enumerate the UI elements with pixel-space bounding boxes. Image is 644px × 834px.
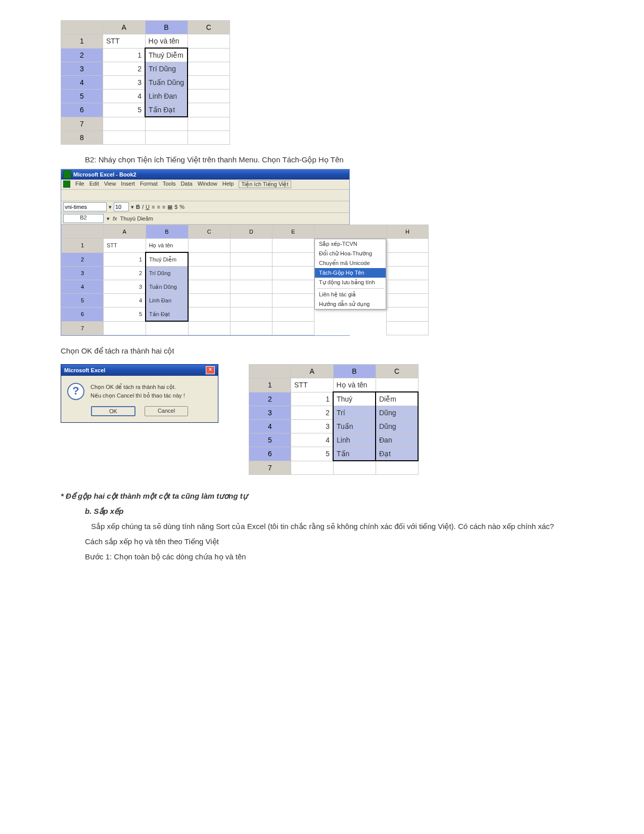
cell[interactable]: [188, 321, 231, 335]
col-header[interactable]: E: [272, 225, 314, 239]
cell[interactable]: [272, 252, 314, 267]
cell[interactable]: [272, 280, 314, 294]
align-left-icon[interactable]: ≡: [152, 204, 155, 210]
align-center-icon[interactable]: ≡: [157, 204, 160, 210]
menu-data[interactable]: Data: [180, 181, 192, 188]
cell[interactable]: [188, 48, 230, 62]
col-header[interactable]: C: [376, 365, 418, 378]
row-header[interactable]: 7: [249, 461, 291, 475]
row-header-8[interactable]: 8: [61, 131, 103, 145]
cell[interactable]: Tuấn: [333, 420, 376, 433]
cell[interactable]: Trí Dũng: [146, 267, 188, 280]
row-header-1[interactable]: 1: [61, 34, 103, 49]
cell[interactable]: Trí: [333, 406, 376, 420]
col-header[interactable]: H: [387, 225, 429, 239]
cell[interactable]: [387, 308, 429, 322]
cell[interactable]: Họ và tên: [146, 239, 188, 253]
corner-cell[interactable]: [62, 225, 104, 239]
cell[interactable]: Linh: [333, 433, 376, 447]
col-header[interactable]: A: [291, 365, 334, 378]
cell[interactable]: Họ và tên: [333, 378, 376, 392]
row-header-5[interactable]: 5: [61, 90, 103, 103]
cell[interactable]: 1: [104, 252, 146, 267]
col-header[interactable]: B: [333, 365, 376, 378]
cell[interactable]: [291, 461, 334, 475]
cell[interactable]: Diễm: [376, 392, 418, 406]
cell[interactable]: Tấn Đạt: [145, 103, 188, 117]
cell[interactable]: Tấn Đạt: [146, 308, 188, 322]
cell[interactable]: 2: [104, 267, 146, 280]
copy-icon[interactable]: [134, 191, 143, 200]
cell[interactable]: [188, 252, 231, 267]
row-header[interactable]: 3: [62, 267, 104, 280]
row-header[interactable]: 5: [62, 294, 104, 308]
cell[interactable]: [333, 461, 376, 475]
col-header-c[interactable]: C: [188, 21, 230, 34]
cell[interactable]: [188, 267, 231, 280]
cell[interactable]: 4: [291, 433, 334, 447]
cell[interactable]: [231, 239, 272, 253]
align-right-icon[interactable]: ≡: [162, 204, 165, 210]
cell[interactable]: [188, 239, 231, 253]
cell[interactable]: [188, 280, 231, 294]
cell[interactable]: [387, 252, 429, 267]
col-header[interactable]: D: [231, 225, 272, 239]
cell[interactable]: [145, 117, 188, 131]
col-header-hidden[interactable]: [314, 225, 387, 239]
cell[interactable]: [103, 117, 146, 131]
cell[interactable]: Trí Dũng: [145, 62, 188, 76]
row-header[interactable]: 3: [249, 406, 291, 420]
row-header-7[interactable]: 7: [61, 117, 103, 131]
menu-insert[interactable]: Insert: [121, 181, 135, 188]
cell[interactable]: 1: [291, 392, 334, 406]
undo-icon[interactable]: [154, 191, 163, 200]
menu-format[interactable]: Format: [140, 181, 158, 188]
formula-value[interactable]: Thuyù Dieãm: [120, 215, 153, 222]
cell[interactable]: [387, 294, 429, 308]
cell[interactable]: [188, 294, 231, 308]
cell[interactable]: [188, 131, 230, 145]
cell[interactable]: [145, 131, 188, 145]
col-header-b[interactable]: B: [145, 21, 188, 34]
italic-button[interactable]: I: [142, 204, 144, 210]
window-titlebar[interactable]: Microsoft Excel - Book2: [61, 169, 349, 180]
menu-window[interactable]: Window: [198, 181, 217, 188]
preview-icon[interactable]: [104, 191, 113, 200]
row-header-6[interactable]: 6: [61, 103, 103, 117]
row-header-2[interactable]: 2: [61, 48, 103, 62]
open-icon[interactable]: [73, 191, 82, 200]
fx-icon[interactable]: fx: [113, 215, 117, 222]
cell[interactable]: [188, 62, 230, 76]
row-header-3[interactable]: 3: [61, 62, 103, 76]
cell[interactable]: [188, 103, 230, 117]
cell[interactable]: Tuấn Dũng: [146, 280, 188, 294]
spell-icon[interactable]: [114, 191, 123, 200]
row-header[interactable]: 4: [62, 280, 104, 294]
cell[interactable]: STT: [103, 34, 146, 49]
cut-icon[interactable]: [124, 191, 133, 200]
col-header[interactable]: A: [104, 225, 146, 239]
cell[interactable]: [387, 280, 429, 294]
row-header[interactable]: 2: [62, 252, 104, 267]
cell[interactable]: [188, 308, 231, 322]
col-header-a[interactable]: A: [103, 21, 146, 34]
cell[interactable]: 3: [104, 280, 146, 294]
ok-button[interactable]: OK: [91, 406, 135, 416]
cell[interactable]: [387, 321, 429, 335]
cell[interactable]: [104, 321, 146, 335]
cell[interactable]: Dũng: [376, 406, 418, 420]
cell[interactable]: Linh Đan: [145, 90, 188, 103]
cell[interactable]: [188, 90, 230, 103]
cell[interactable]: STT: [291, 378, 334, 392]
cell[interactable]: Thuý Diễm: [145, 48, 188, 62]
cell[interactable]: [231, 321, 272, 335]
cell[interactable]: [231, 252, 272, 267]
cell[interactable]: STT: [104, 239, 146, 253]
menu-item-sapxep[interactable]: Sắp xếp-TCVN: [315, 239, 386, 249]
cell[interactable]: 3: [291, 420, 334, 433]
menu-item-huongdan[interactable]: Hướng dẫn sử dụng: [315, 299, 386, 309]
cell[interactable]: [188, 34, 230, 49]
cell[interactable]: Đan: [376, 433, 418, 447]
cell[interactable]: 2: [103, 62, 146, 76]
cell[interactable]: 4: [104, 294, 146, 308]
